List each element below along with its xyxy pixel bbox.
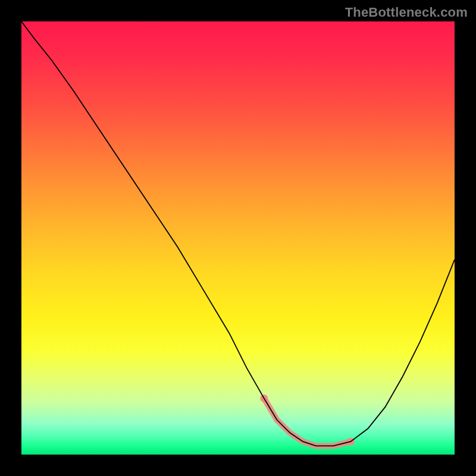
chart-svg bbox=[21, 21, 455, 455]
plot-area bbox=[21, 21, 455, 455]
bottleneck-curve bbox=[21, 21, 455, 446]
highlight-segment bbox=[264, 398, 351, 446]
chart-container: TheBottleneck.com bbox=[0, 0, 476, 476]
watermark-text: TheBottleneck.com bbox=[345, 5, 468, 20]
